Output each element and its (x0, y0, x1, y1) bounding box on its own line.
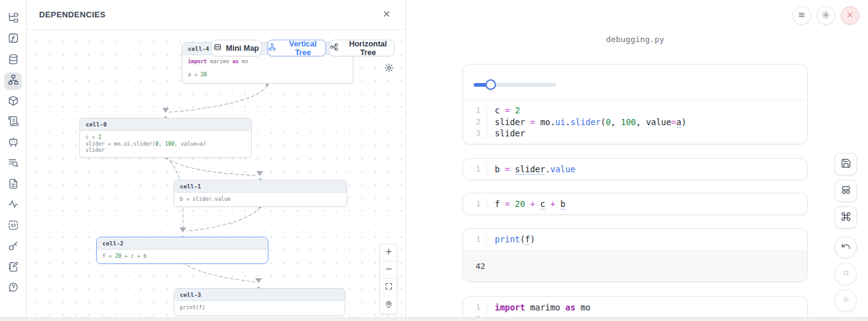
horizontal-tree-button[interactable]: Horizontal Tree (329, 40, 394, 56)
code-token: import (495, 302, 530, 312)
slider-thumb[interactable] (485, 79, 496, 90)
code-token (535, 199, 540, 209)
sidebar-item-data-sources[interactable] (4, 51, 22, 69)
code-token: b = slider.value (180, 196, 231, 202)
toggle-interactive-button[interactable] (380, 296, 397, 314)
sidebar-item-secrets[interactable] (4, 239, 22, 256)
settings-button[interactable] (817, 6, 835, 25)
horizontal-tree-label: Horizontal Tree (342, 40, 394, 57)
code-token: ui (556, 117, 565, 127)
action-rail (835, 153, 857, 316)
graph-node-code-line: a = 20 (188, 71, 347, 78)
sidebar-item-packages[interactable] (4, 93, 22, 110)
code-token: 20 (200, 71, 206, 77)
notebook-cell: 1 f = 20 + c + b (463, 193, 808, 215)
document-icon (7, 178, 19, 192)
sidebar-item-file-explorer[interactable] (4, 10, 22, 27)
code-editor[interactable]: 1 print(f) (463, 229, 807, 250)
line-number: 3 (463, 128, 480, 139)
graph-node-code-line: c = 2 (86, 134, 246, 141)
code-lines: b = slider.value (487, 164, 575, 175)
sidebar-item-documentation[interactable] (4, 176, 22, 193)
sidebar-item-tracing[interactable] (4, 197, 22, 214)
zoom-in-button[interactable] (380, 244, 397, 262)
sidebar-item-scratchpad[interactable] (4, 259, 22, 276)
layout-icon (841, 185, 851, 197)
graph-node-cell-3[interactable]: cell-3 print(f) (174, 288, 345, 316)
graph-node-code-line: f = 20 + c + b (102, 253, 262, 260)
close-panel-button[interactable] (379, 8, 393, 22)
edge-cell2-cell3 (183, 263, 255, 282)
code-line: b = slider.value (495, 164, 575, 175)
vertical-tree-button[interactable]: Vertical Tree (267, 40, 326, 56)
graph-node-code-line: print(f) (180, 304, 339, 311)
graph-node-code-line: slider = mo.ui.slider(0, 100, value=a) (86, 141, 246, 147)
code-token: . (565, 117, 570, 127)
fit-view-button[interactable] (380, 279, 397, 296)
graph-node-code: import marimo as mo a = 20 (182, 55, 353, 82)
sidebar-item-help[interactable] (4, 280, 22, 297)
code-line: slider (495, 128, 686, 139)
code-token: 20 (115, 253, 121, 259)
sidebar-item-outline[interactable] (4, 156, 22, 173)
code-token: as (565, 302, 580, 312)
graph-node-code-line: b = slider.value (180, 196, 341, 203)
code-token (545, 199, 550, 209)
code-editor[interactable]: 123 c = 2slider = mo.ui.slider(0, 100, v… (463, 100, 807, 144)
line-number: 1 (463, 234, 480, 245)
bottom-scrollbar[interactable] (0, 317, 868, 321)
graph-node-title: cell-2 (97, 237, 268, 250)
graph-node-cell-0[interactable]: cell-0 c = 2slider = mo.ui.slider(0, 100… (79, 118, 252, 158)
arrowhead (162, 108, 169, 113)
code-token: print(f) (180, 304, 205, 310)
graph-settings-button[interactable] (383, 63, 395, 75)
mini-map-button[interactable]: Mini Map (211, 40, 262, 56)
graph-node-cell-2[interactable]: cell-2 f = 20 + c + b (96, 237, 268, 264)
command-palette-button[interactable] (835, 206, 857, 229)
graph-node-cell-1[interactable]: cell-1 b = slider.value (174, 180, 347, 207)
sidebar-item-chat[interactable] (4, 134, 22, 152)
code-token: ( (520, 234, 525, 244)
sidebar-item-variables[interactable] (4, 31, 22, 48)
graph-node-code-line (188, 65, 347, 72)
slider-widget[interactable] (463, 64, 807, 100)
code-line: slider = mo.ui.slider(0, 100, value=a) (495, 117, 686, 128)
code-token: + (551, 199, 556, 209)
sidebar-item-snippets[interactable] (4, 218, 22, 235)
code-token: as (232, 58, 242, 64)
dependency-graph-canvas[interactable]: cell-4 import marimo as mo a = 20cell-0 … (27, 30, 405, 321)
code-token: slider = mo.ui.slider( (86, 141, 156, 147)
undo-button[interactable] (835, 236, 857, 258)
code-editor[interactable]: 1 b = slider.value (463, 159, 807, 180)
code-editor[interactable]: 1 f = 20 + c + b (463, 193, 807, 215)
arrowhead (257, 171, 264, 176)
code-token: , value=a) (174, 141, 206, 147)
zoom-controls (379, 244, 397, 314)
code-token: c (495, 105, 505, 115)
sidebar-item-dependencies[interactable] (4, 73, 22, 90)
save-button[interactable] (835, 153, 857, 175)
gear-icon (822, 11, 830, 21)
code-line: import marimo as mo (495, 302, 590, 314)
code-token: + c + b (122, 253, 147, 259)
code-token: 100 (165, 141, 174, 147)
code-token: slider (570, 117, 601, 127)
filename: debugging.py (463, 35, 808, 44)
zoom-out-button[interactable] (380, 262, 397, 279)
code-token: slider (495, 128, 525, 138)
sidebar-item-logs[interactable] (4, 114, 22, 131)
minus-icon (384, 265, 393, 275)
shutdown-button[interactable] (841, 6, 859, 25)
code-token: + (530, 199, 535, 209)
code-token: 20 (515, 199, 525, 209)
code-token: , value (636, 117, 671, 127)
code-token: a = (188, 71, 200, 77)
slider-track[interactable] (474, 83, 556, 87)
arrowhead (180, 227, 187, 232)
code-token: , (611, 117, 621, 127)
line-number: 1 (463, 164, 480, 175)
code-token (556, 199, 560, 209)
notebook-menu-button[interactable] (792, 6, 811, 25)
layout-toggle-button[interactable] (835, 180, 857, 202)
graph-node-code: print(f) (174, 301, 345, 315)
